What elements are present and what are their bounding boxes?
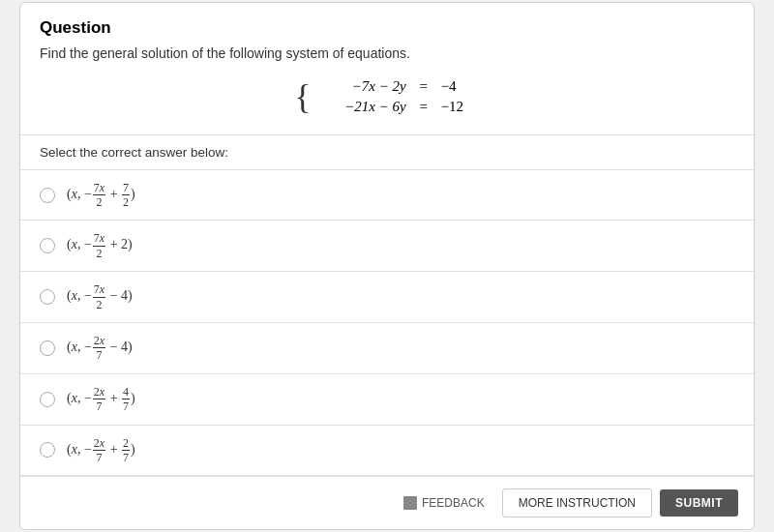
equation-block: { −7x − 2y = −4 −21x − 6y = −12: [40, 74, 734, 121]
eq2-rhs: −12: [441, 99, 480, 115]
option-text-2: (x, −7x2 + 2): [67, 231, 133, 260]
equations: −7x − 2y = −4 −21x − 6y = −12: [319, 78, 480, 115]
feedback-label: FEEDBACK: [422, 496, 485, 510]
option-row-6[interactable]: (x, −2x7 + 27): [20, 426, 754, 477]
submit-button[interactable]: SUBMIT: [660, 489, 738, 517]
question-header: Question Find the general solution of th…: [20, 3, 754, 135]
submit-label: SUBMIT: [675, 496, 723, 510]
option-row-4[interactable]: (x, −2x7 − 4): [20, 323, 754, 374]
more-instruction-button[interactable]: MORE INSTRUCTION: [502, 488, 652, 517]
eq2-equals: =: [414, 99, 433, 115]
radio-option-3[interactable]: [40, 289, 55, 305]
option-row-2[interactable]: (x, −7x2 + 2): [20, 221, 754, 272]
eq2-lhs: −21x − 6y: [319, 99, 406, 115]
radio-option-6[interactable]: [40, 442, 55, 458]
feedback-icon: [403, 496, 417, 510]
select-label: Select the correct answer below:: [20, 135, 754, 170]
option-row-5[interactable]: (x, −2x7 + 47): [20, 374, 754, 426]
option-text-5: (x, −2x7 + 47): [67, 385, 135, 414]
feedback-button[interactable]: FEEDBACK: [394, 490, 494, 516]
eq1-lhs: −7x − 2y: [319, 78, 406, 95]
option-text-4: (x, −2x7 − 4): [67, 334, 133, 363]
option-text-3: (x, −7x2 − 4): [67, 282, 133, 311]
option-row-3[interactable]: (x, −7x2 − 4): [20, 272, 754, 323]
radio-option-2[interactable]: [40, 238, 55, 253]
question-text: Find the general solution of the followi…: [40, 45, 734, 61]
question-card: Question Find the general solution of th…: [19, 2, 755, 531]
eq1-rhs: −4: [441, 78, 480, 95]
equation-row-2: −21x − 6y = −12: [319, 99, 480, 115]
radio-option-4[interactable]: [40, 340, 55, 356]
option-text-6: (x, −2x7 + 27): [67, 436, 135, 465]
option-text-1: (x, −7x2 + 72): [67, 181, 135, 210]
question-title: Question: [40, 18, 734, 38]
footer: FEEDBACK MORE INSTRUCTION SUBMIT: [20, 476, 754, 529]
eq1-equals: =: [414, 78, 433, 95]
more-instruction-label: MORE INSTRUCTION: [519, 496, 636, 510]
radio-option-5[interactable]: [40, 392, 55, 407]
option-row-1[interactable]: (x, −7x2 + 72): [20, 170, 754, 222]
radio-option-1[interactable]: [40, 188, 55, 203]
equation-row-1: −7x − 2y = −4: [319, 78, 480, 95]
left-brace: {: [294, 79, 311, 114]
